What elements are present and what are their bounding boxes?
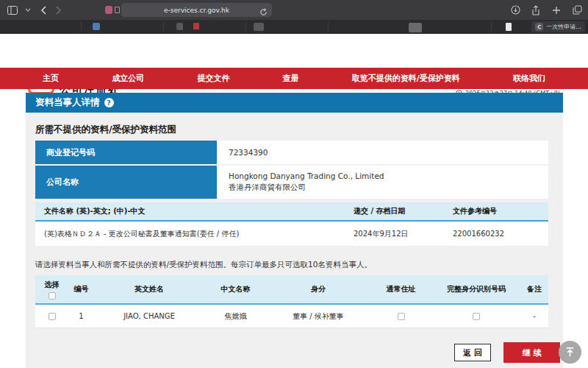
- full-id-checkbox[interactable]: [473, 313, 480, 320]
- nav-contact[interactable]: 联络我们: [513, 73, 545, 84]
- address-bar[interactable]: e-services.cr.gov.hk: [121, 3, 272, 17]
- tab-thumbnail[interactable]: [254, 23, 264, 31]
- brn-value: 72334390: [229, 148, 548, 157]
- col-select: 选择: [45, 280, 60, 290]
- back-button[interactable]: 返回: [454, 344, 491, 361]
- col-doc-ref: 文件参考编号: [453, 206, 548, 216]
- company-name-en: Hongkong Danyang Trading Co., Limited: [229, 171, 548, 180]
- person-name-zh: 焦嫦娥: [204, 311, 267, 322]
- table-row: 1 JIAO, CHANGE 焦嫦娥 董事 / 候补董事 -: [35, 305, 548, 328]
- company-info-table: 商业登记号码 72334390 公司名称 Hongkong Danyang Tr…: [35, 141, 548, 200]
- data-subject-table: 选择 编号 英文姓名 中文名称 身分 通常住址 完整身分识别号码 备注 1 JI…: [35, 275, 548, 328]
- document-table: 文件名称 (英)-英文; (中)-中文 递交 / 存档日期 文件参考编号 (英)…: [35, 202, 548, 246]
- col-full-id-number: 完整身分识别号码: [432, 284, 520, 294]
- usual-address-checkbox[interactable]: [398, 313, 405, 320]
- site-header: CR 香港特别行政区政府 公司注册处 无帐户使用者 字型大小 EN 繁 ?: [0, 34, 588, 68]
- brn-label: 商业登记号码: [35, 141, 217, 164]
- company-name-zh: 香港丹洋商貿有限公司: [229, 183, 548, 193]
- refresh-icon[interactable]: [259, 5, 268, 19]
- select-person-checkbox[interactable]: [49, 313, 56, 320]
- company-name-label: 公司名称: [35, 166, 217, 199]
- section-title: 所需不提供的资料/受保护资料范围: [35, 124, 176, 136]
- forward-icon[interactable]: [54, 5, 64, 15]
- table-row: 公司名称 Hongkong Danyang Trading Co., Limit…: [35, 166, 548, 199]
- back-icon[interactable]: [38, 5, 49, 15]
- tab-label: 一次性申请...: [546, 23, 581, 31]
- tab-one-time-application[interactable]: C 一次性申请...: [531, 21, 585, 32]
- tab-thumbnail[interactable]: [93, 23, 100, 30]
- table-row: (英)表格ＮＤ２Ａ - 更改公司秘書及董事通知書(委任 / 停任) 2024年9…: [35, 222, 548, 246]
- page-help-icon[interactable]: ?: [104, 98, 114, 107]
- doc-ref: 22001660232: [453, 230, 548, 238]
- page-title-bar: 资料当事人详情 ?: [26, 93, 563, 113]
- col-usual-address: 通常住址: [370, 284, 432, 294]
- tab-thumbnail[interactable]: [409, 23, 422, 32]
- nav-protected-info[interactable]: 取览不提供的资料/受保护资料: [352, 73, 460, 84]
- tab-thumbnail[interactable]: [193, 23, 199, 29]
- data-subject-table-header: 选择 编号 英文姓名 中文名称 身分 通常住址 完整身分识别号码 备注: [35, 275, 548, 305]
- nav-incorporation[interactable]: 成立公司: [112, 73, 144, 84]
- chevron-down-icon[interactable]: [23, 5, 33, 15]
- new-tab-icon[interactable]: [551, 5, 562, 15]
- col-doc-name: 文件名称 (英)-英文; (中)-中文: [35, 206, 354, 216]
- person-name-en: JIAO, CHANGE: [94, 312, 204, 320]
- browser-toolbar: e-services.cr.gov.hk: [0, 0, 588, 20]
- col-doc-date: 递交 / 存档日期: [354, 206, 453, 216]
- url-text: e-services.cr.gov.hk: [164, 7, 229, 14]
- main-nav: 主页 成立公司 提交文件 查册 取览不提供的资料/受保护资料 联络我们: [0, 68, 588, 89]
- reader-icon: [115, 7, 120, 13]
- col-chinese-name: 中文名称: [204, 284, 267, 294]
- share-icon[interactable]: [531, 5, 541, 15]
- doc-name: (英)表格ＮＤ２Ａ - 更改公司秘書及董事通知書(委任 / 停任): [35, 229, 354, 239]
- tab-favicon: C: [535, 23, 543, 31]
- continue-button[interactable]: 继续: [503, 342, 560, 363]
- document-table-header: 文件名称 (英)-英文; (中)-中文 递交 / 存档日期 文件参考编号: [35, 202, 548, 222]
- content-area: 所需不提供的资料/受保护资料范围 商业登记号码 72334390 公司名称 Ho…: [26, 113, 563, 368]
- select-all-checkbox[interactable]: [49, 292, 56, 300]
- person-remark: -: [520, 312, 548, 320]
- nav-home[interactable]: 主页: [43, 73, 59, 84]
- person-role: 董事 / 候补董事: [267, 311, 370, 322]
- tab-overview-icon[interactable]: [572, 5, 582, 15]
- nav-filing[interactable]: 提交文件: [197, 73, 229, 84]
- col-english-name: 英文姓名: [94, 284, 204, 294]
- page-title: 资料当事人详情: [35, 96, 100, 109]
- downloads-icon[interactable]: [510, 5, 520, 15]
- instruction-text: 请选择资料当事人和所需不提供的资料/受保护资料范围。每宗订单最多只可选取10名资…: [35, 260, 372, 270]
- col-remarks: 备注: [520, 284, 548, 294]
- doc-date: 2024年9月12日: [354, 229, 453, 239]
- col-number: 编号: [68, 284, 94, 294]
- table-row: 商业登记号码 72334390: [35, 141, 548, 164]
- sidebar-icon[interactable]: [7, 5, 18, 15]
- col-capacity: 身分: [267, 284, 370, 294]
- extension-icon[interactable]: [105, 6, 112, 14]
- person-number: 1: [68, 312, 94, 320]
- browser-tab-strip: C 一次性申请...: [0, 20, 588, 34]
- tab-thumbnail[interactable]: [506, 23, 512, 31]
- scroll-to-top-button[interactable]: [559, 341, 581, 364]
- tab-thumbnail[interactable]: [176, 23, 183, 30]
- nav-search[interactable]: 查册: [283, 73, 299, 84]
